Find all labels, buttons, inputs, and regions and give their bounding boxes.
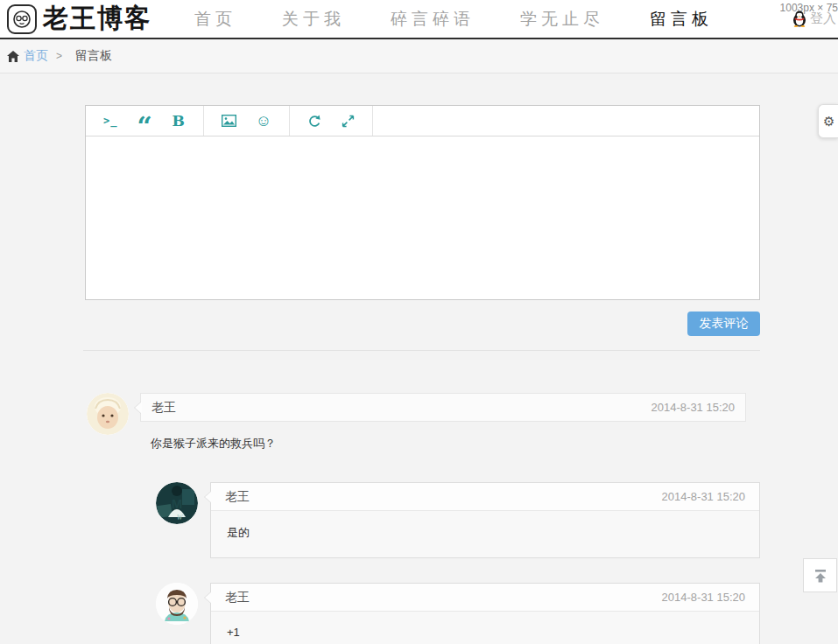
reply-author[interactable]: 老王: [225, 489, 250, 505]
to-top-icon: [813, 569, 828, 583]
reply-author[interactable]: 老王: [225, 590, 250, 606]
reply-date: 2014-8-31 15:20: [662, 591, 745, 604]
breadcrumb-home-link[interactable]: 首页: [24, 48, 48, 64]
site-logo[interactable]: 老王博客: [7, 2, 151, 37]
editor-toolbar: >_ “ B ☺: [86, 106, 759, 136]
comment-list: 老王 2014-8-31 15:20 你是猴子派来的救兵吗？ M: [85, 393, 760, 644]
post-comment-button[interactable]: 发表评论: [687, 312, 760, 336]
nav-item-musings[interactable]: 碎言碎语: [368, 8, 497, 31]
reply-box: 老王 2014-8-31 15:20 +1: [210, 583, 760, 644]
image-icon[interactable]: [222, 110, 236, 131]
reply-date: 2014-8-31 15:20: [662, 490, 745, 503]
top-navigation-bar: 老王博客 首页 关于我 碎言碎语 学无止尽 留言板 登入 1003px × 75: [0, 0, 838, 39]
breadcrumb-current: 留言板: [75, 48, 112, 64]
comment-content: 你是猴子派来的救兵吗？: [140, 422, 746, 464]
comment-header: 老王 2014-8-31 15:20: [140, 393, 746, 422]
gear-icon: ⚙: [823, 114, 834, 130]
reply-content: 是的: [211, 511, 759, 557]
breadcrumb-separator: >: [56, 50, 62, 62]
toolbar-group-media: ☺: [204, 106, 290, 136]
logo-text: 老王博客: [43, 1, 151, 38]
avatar[interactable]: M W: [156, 482, 198, 524]
devtools-size-tooltip: 1003px × 75: [780, 2, 838, 14]
nav-item-home[interactable]: 首页: [172, 8, 259, 31]
breadcrumb: 首页 > 留言板: [0, 39, 838, 74]
reply-comment: 老王 2014-8-31 15:20 +1: [156, 583, 760, 644]
nav-item-guestbook[interactable]: 留言板: [627, 8, 736, 31]
toolbar-group-actions: [290, 106, 373, 136]
toolbar-group-text: >_ “ B: [86, 106, 204, 136]
comment-input[interactable]: [86, 136, 759, 299]
reply-header: 老王 2014-8-31 15:20: [211, 584, 759, 612]
comments-divider: [83, 350, 760, 351]
home-icon: [7, 51, 19, 62]
reply-comment: M W 老王 2014-8-31 15:20 是的: [156, 482, 760, 558]
svg-text:M: M: [172, 496, 183, 511]
comment: 老王 2014-8-31 15:20 你是猴子派来的救兵吗？: [85, 393, 760, 464]
avatar[interactable]: [87, 393, 129, 435]
comment-date: 2014-8-31 15:20: [651, 401, 735, 414]
fullscreen-icon[interactable]: [341, 110, 355, 131]
avatar[interactable]: [156, 583, 198, 625]
nav-item-about[interactable]: 关于我: [259, 8, 368, 31]
settings-widget[interactable]: ⚙: [818, 104, 838, 138]
logo-face-icon: [7, 4, 37, 34]
main-nav: 首页 关于我 碎言碎语 学无止尽 留言板: [172, 0, 736, 38]
comment-main: 老王 2014-8-31 15:20 你是猴子派来的救兵吗？: [140, 393, 746, 464]
comment-author[interactable]: 老王: [151, 400, 176, 416]
nav-item-learning[interactable]: 学无止尽: [497, 8, 627, 31]
back-to-top-button[interactable]: [803, 558, 837, 592]
comment-thread: 老王 2014-8-31 15:20 你是猴子派来的救兵吗？ M: [85, 393, 760, 644]
emoji-icon[interactable]: ☺: [256, 110, 271, 131]
blockquote-icon[interactable]: “: [137, 110, 151, 131]
reply-header: 老王 2014-8-31 15:20: [211, 483, 759, 511]
reply-box: 老王 2014-8-31 15:20 是的: [210, 482, 760, 558]
bold-icon[interactable]: B: [172, 110, 186, 131]
comment-editor: >_ “ B ☺: [85, 105, 760, 300]
reply-list: M W 老王 2014-8-31 15:20 是的: [156, 482, 760, 644]
code-icon[interactable]: >_: [103, 110, 117, 131]
reply-content: +1: [211, 612, 759, 644]
undo-icon[interactable]: [307, 110, 321, 131]
submit-row: 发表评论: [85, 312, 760, 336]
